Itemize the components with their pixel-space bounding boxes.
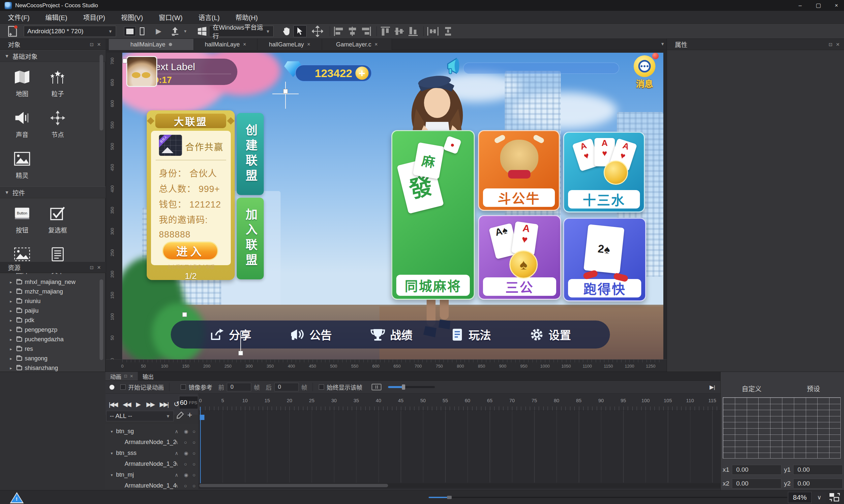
lock-toggle-icon[interactable]: ∧ xyxy=(175,461,178,467)
game-card-十三水[interactable]: 十三水A♥A♥A♥ xyxy=(563,132,645,213)
hand-tool-icon[interactable] xyxy=(280,24,293,39)
editor-tab-hallMainLaye[interactable]: hallMainLaye× xyxy=(194,39,258,50)
visibility-toggle-icon[interactable]: ◉ xyxy=(184,472,188,478)
solo-toggle-icon[interactable]: ○ xyxy=(192,483,195,488)
y2-input[interactable]: 0.00 xyxy=(793,479,843,488)
game-card-跑得快[interactable]: 跑得快2♠ xyxy=(563,218,646,301)
close-panel-icon[interactable]: ✕ xyxy=(836,42,840,47)
tab-overflow-icon[interactable]: ▼ xyxy=(660,41,665,47)
expand-icon[interactable]: ▸ xyxy=(10,337,15,342)
bottom-bar-玩法[interactable]: 玩法 xyxy=(451,326,491,343)
create-alliance-button[interactable]: 创建联盟 xyxy=(237,113,264,195)
expand-icon[interactable]: ▸ xyxy=(10,356,15,361)
timeline-grid[interactable] xyxy=(199,411,720,483)
play-preview-icon[interactable]: ▶ xyxy=(154,24,163,39)
x2-input[interactable]: 0.00 xyxy=(732,479,781,488)
float-panel-icon[interactable]: ⊡ xyxy=(124,374,127,378)
play-button[interactable]: ▶ xyxy=(136,400,141,408)
object-item-按钮[interactable]: Button按钮 xyxy=(4,206,40,234)
transform-gizmo[interactable] xyxy=(240,331,241,351)
maximize-button[interactable]: ▢ xyxy=(811,0,826,11)
anim-row-btn_mj[interactable]: ▾btn_mj∧◉○ xyxy=(105,469,199,480)
add-currency-button[interactable]: + xyxy=(356,67,368,80)
expand-icon[interactable]: ▾ xyxy=(111,429,113,434)
resource-folder-mhxl_majiang_new[interactable]: ▸mhxl_majiang_new xyxy=(0,277,105,287)
menu-item[interactable]: 视图(V) xyxy=(113,11,151,23)
screen-toggle-icon[interactable] xyxy=(829,492,840,502)
resource-folder-sangong[interactable]: ▸sangong xyxy=(0,354,105,363)
curve-grid[interactable] xyxy=(723,397,841,458)
resource-folder-niuniu[interactable]: ▸niuniu xyxy=(0,296,105,306)
solo-toggle-icon[interactable]: ○ xyxy=(192,472,195,478)
object-item-粒子[interactable]: 粒子 xyxy=(39,70,76,98)
expand-icon[interactable]: ▸ xyxy=(10,289,15,294)
float-panel-icon[interactable]: ⊡ xyxy=(90,42,94,47)
resource-folder-pengpengzp[interactable]: ▸pengpengzp xyxy=(0,325,105,335)
editor-tab-hallMainLaye[interactable]: hallMainLaye xyxy=(109,39,194,50)
game-card-三公[interactable]: 三公A♠A♥♠ xyxy=(478,215,561,300)
tab-output[interactable]: 输出 xyxy=(138,372,158,380)
menu-item[interactable]: 文件(F) xyxy=(0,11,38,23)
zoom-dropdown-icon[interactable]: ∨ xyxy=(813,492,826,503)
visibility-toggle-icon[interactable]: ◉ xyxy=(184,429,188,434)
move-tool-icon[interactable] xyxy=(310,24,325,39)
menu-item[interactable]: 语言(L) xyxy=(191,11,227,23)
section-header-0[interactable]: ▼基础对象 xyxy=(0,50,105,62)
resources-scrollbar[interactable] xyxy=(100,280,103,360)
expand-icon[interactable]: ▸ xyxy=(10,318,15,323)
resource-folder-pdk[interactable]: ▸pdk xyxy=(0,316,105,325)
align-top-icon[interactable] xyxy=(379,24,392,39)
scene-canvas[interactable]: Text Label ID:17 123422 + 消息 大联盟 合伙人 xyxy=(122,53,663,359)
tab-animation[interactable]: 动画 ⊡ ✕ xyxy=(105,372,138,380)
object-item-复选框[interactable]: 复选框 xyxy=(39,206,76,234)
menu-item[interactable]: 帮助(H) xyxy=(227,11,266,23)
run-target-selector[interactable]: 在Windows平台运行▼ xyxy=(209,26,274,37)
landscape-orientation-button[interactable] xyxy=(124,26,136,36)
first-frame-button[interactable]: |◀◀ xyxy=(109,400,117,408)
lock-toggle-icon[interactable]: ∧ xyxy=(175,450,178,456)
close-tab-icon[interactable]: × xyxy=(375,41,378,48)
menu-item[interactable]: 编辑(E) xyxy=(38,11,75,23)
transform-gizmo[interactable] xyxy=(285,82,286,109)
align-center-horizontal-icon[interactable] xyxy=(346,24,359,39)
align-right-icon[interactable] xyxy=(360,24,373,39)
solo-toggle-icon[interactable]: ○ xyxy=(192,450,195,456)
x1-input[interactable]: 0.00 xyxy=(732,465,781,475)
object-item-节点[interactable]: 节点 xyxy=(39,111,76,139)
next-frame-button[interactable]: ▶▶ xyxy=(147,400,154,408)
select-tool-icon[interactable] xyxy=(293,25,307,37)
tab-preset-curve[interactable]: 预设 xyxy=(783,384,844,394)
expand-icon[interactable]: ▸ xyxy=(10,346,15,352)
animation-filter-dropdown[interactable]: -- ALL --▼ xyxy=(106,411,174,421)
fps-box[interactable]: 60 FPS xyxy=(179,396,198,409)
expand-icon[interactable]: ▸ xyxy=(10,366,15,371)
portrait-orientation-button[interactable] xyxy=(137,26,147,36)
before-frames-input[interactable]: 0 xyxy=(227,383,251,391)
onion-skin-slider[interactable] xyxy=(388,386,435,388)
editor-tab-hallGameLay[interactable]: hallGameLay× xyxy=(258,39,322,50)
visibility-toggle-icon[interactable]: ◉ xyxy=(184,450,188,456)
bottom-bar-战绩[interactable]: 战绩 xyxy=(370,326,412,343)
close-tab-icon[interactable]: × xyxy=(307,41,310,48)
expand-icon[interactable]: ▸ xyxy=(10,327,15,332)
anim-row-ArmatureNode_1_4[interactable]: ArmatureNode_1_4∧○○ xyxy=(105,480,199,491)
distribute-horizontal-icon[interactable] xyxy=(426,24,440,39)
resource-folder-mzhz_majiang[interactable]: ▸mzhz_majiang xyxy=(0,287,105,296)
message-button[interactable] xyxy=(634,55,655,77)
anim-row-ArmatureNode_1_2[interactable]: ArmatureNode_1_2∧○○ xyxy=(105,437,199,448)
transform-handle[interactable] xyxy=(182,312,187,317)
join-alliance-button[interactable]: 加入联盟 xyxy=(237,198,264,280)
zoom-level[interactable]: 84% xyxy=(788,492,812,503)
close-panel-icon[interactable]: ✕ xyxy=(130,374,133,378)
anim-row-btn_sg[interactable]: ▾btn_sg∧◉○ xyxy=(105,426,199,437)
new-scene-icon[interactable] xyxy=(5,24,20,39)
lock-toggle-icon[interactable]: ∧ xyxy=(175,439,178,445)
solo-toggle-icon[interactable]: ○ xyxy=(192,461,195,467)
record-checkbox[interactable] xyxy=(120,384,126,390)
expand-icon[interactable]: ▾ xyxy=(111,473,113,477)
transform-handle[interactable] xyxy=(123,59,127,63)
menu-item[interactable]: 窗口(W) xyxy=(151,11,191,23)
align-left-icon[interactable] xyxy=(332,24,345,39)
lock-toggle-icon[interactable]: ∧ xyxy=(175,429,178,434)
game-card-斗公牛[interactable]: 斗公牛 xyxy=(478,130,560,211)
